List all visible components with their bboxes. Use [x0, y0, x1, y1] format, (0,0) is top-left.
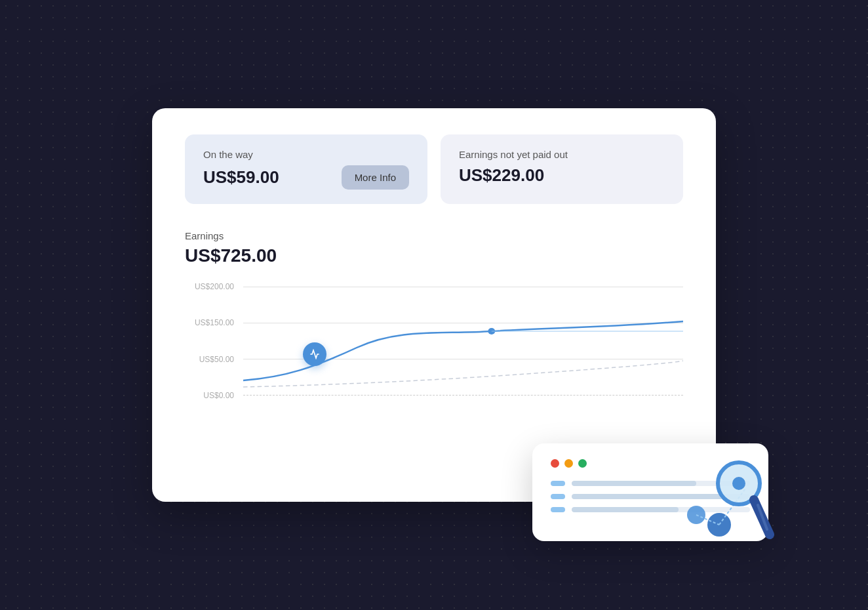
on-the-way-inner: US$59.00 More Info: [203, 165, 409, 190]
on-the-way-card: On the way US$59.00 More Info: [185, 134, 427, 204]
svg-point-8: [732, 477, 745, 490]
on-the-way-value: US$59.00: [203, 167, 279, 188]
more-info-button[interactable]: More Info: [342, 165, 409, 190]
traffic-light-yellow: [564, 459, 573, 468]
on-the-way-label: On the way: [203, 149, 409, 160]
grid-label-150: US$150.00: [185, 318, 234, 327]
main-card: On the way US$59.00 More Info Earnings n…: [152, 108, 716, 502]
analytics-row-icon-2: [551, 494, 565, 499]
earnings-value: US$725.00: [185, 245, 683, 266]
earnings-not-paid-inner: US$229.00: [459, 165, 665, 186]
chart-area: US$200.00 US$150.00 US$50.00 US$0.00: [185, 282, 683, 400]
grid-label-0: US$0.00: [185, 391, 234, 400]
analytics-row-icon-1: [551, 481, 565, 486]
earnings-not-paid-label: Earnings not yet paid out: [459, 149, 665, 160]
chart-icon-button[interactable]: [303, 342, 326, 366]
magnifier-svg: [670, 443, 775, 548]
chart-svg: [243, 282, 683, 400]
earnings-not-paid-value: US$229.00: [459, 165, 544, 186]
grid-label-200: US$200.00: [185, 282, 234, 291]
traffic-light-red: [551, 459, 559, 468]
grid-label-50: US$50.00: [185, 355, 234, 364]
analytics-card: [532, 443, 768, 541]
analytics-row-icon-3: [551, 507, 565, 512]
chart-svg-container: [243, 282, 683, 400]
magnifier-illustration: [670, 443, 775, 548]
analytics-bar-3: [572, 507, 679, 512]
traffic-light-green: [578, 459, 587, 468]
earnings-section: Earnings US$725.00: [185, 230, 683, 266]
earnings-label: Earnings: [185, 230, 683, 241]
stat-cards-row: On the way US$59.00 More Info Earnings n…: [185, 134, 683, 204]
earnings-not-paid-card: Earnings not yet paid out US$229.00: [441, 134, 683, 204]
